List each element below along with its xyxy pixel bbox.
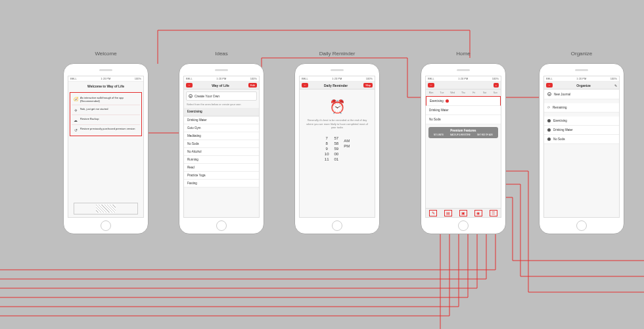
option-label: Nah, just get me started	[80, 107, 108, 111]
organize-mid-section: ⟳Remaining	[544, 103, 619, 113]
toolbar-record-button[interactable]: ◉	[474, 210, 482, 216]
item-label: Practice Yoga	[187, 174, 206, 177]
idea-item[interactable]: Drinking Water	[184, 116, 259, 124]
organize-item[interactable]: Drinking Water	[544, 126, 619, 135]
nav-title: Way of Life	[212, 84, 229, 88]
idea-item[interactable]: Read	[184, 164, 259, 172]
habit-row[interactable]: No Soda	[426, 115, 501, 124]
phone-speaker	[215, 69, 228, 71]
habit-row[interactable]: Drinking Water	[426, 106, 501, 115]
back-button[interactable]: ←	[546, 83, 553, 88]
day-tab[interactable]: Sat	[479, 89, 490, 96]
habit-label: No Soda	[429, 118, 441, 121]
screen-ideas: BELL 1:20 PM 100% ← Way of Life Edit +Cr…	[183, 76, 260, 218]
idea-item[interactable]: Fasting	[184, 180, 259, 188]
reminder-description: Generally it's best to be reminded at th…	[300, 118, 375, 130]
add-button[interactable]: +	[494, 83, 499, 88]
restore-icon: ↺	[73, 127, 78, 132]
status-bar: BELL 1:20 PM 100%	[184, 76, 259, 82]
phone-speaker	[575, 69, 588, 71]
welcome-title: Welcome to Way of Life	[68, 82, 143, 91]
premium-items: NO LIMITS BACKUP & RESTORE GET RID OF AD…	[430, 134, 496, 136]
status-battery: 100%	[135, 77, 141, 80]
new-journal-button[interactable]: +New Journal	[544, 89, 619, 99]
status-battery: 100%	[492, 77, 499, 80]
status-time: 1:20 PM	[458, 77, 468, 80]
option-label: Restore previously purchased premium ver…	[80, 127, 135, 130]
nav-bar: ← +	[426, 82, 501, 89]
screen-reminder: BELL 1:20 PM 100% ← Daily Reminder Skip …	[299, 76, 375, 218]
phone-home-button[interactable]	[332, 220, 342, 231]
organize-item[interactable]: Exercising	[544, 116, 619, 126]
screen-label: Organize	[540, 51, 624, 57]
toolbar-edit-button[interactable]: ✎	[429, 210, 437, 216]
item-label: Goto Gym	[187, 126, 201, 130]
day-tab[interactable]: Fri	[469, 89, 479, 96]
ideas-subtitle: Select from the ones below or create you…	[184, 103, 259, 108]
nav-title: Daily Reminder	[324, 84, 348, 88]
status-bar: BELL 1:20 PM 100%	[68, 76, 143, 82]
status-carrier: BELL	[70, 77, 77, 80]
phone-home: Home BELL 1:20 PM 100% ← + Mon Tue Wed T…	[421, 63, 506, 234]
back-button[interactable]: ←	[302, 83, 308, 88]
plane-icon: ✈	[73, 107, 78, 113]
idea-item[interactable]: Goto Gym	[184, 124, 259, 132]
picker-ampm[interactable]: AM PM	[344, 136, 350, 161]
wireframe-canvas: Welcome BELL 1:20 PM 100% Welcome to Way…	[0, 0, 644, 329]
status-battery: 100%	[366, 77, 373, 80]
welcome-options: 🧭An interactive walkthrough of the app (…	[70, 92, 142, 136]
day-tabs: Mon Tue Wed Thu Fri Sat Sun	[426, 89, 501, 96]
back-button[interactable]: ←	[428, 83, 434, 88]
picker-minutes[interactable]: 57 58 59 00 01	[334, 136, 339, 161]
item-label: Drinking Water	[187, 118, 207, 122]
toolbar-list-button[interactable]: ▤	[444, 210, 452, 216]
premium-banner[interactable]: Premium Features NO LIMITS BACKUP & REST…	[428, 127, 498, 138]
idea-item[interactable]: Practice Yoga	[184, 172, 259, 180]
welcome-option-restore-backup[interactable]: ☁Restore Backup	[72, 115, 140, 125]
option-label: Restore Backup	[80, 117, 99, 120]
edit-icon[interactable]: ✎	[614, 84, 617, 88]
idea-item[interactable]: No Soda	[184, 140, 259, 148]
time-picker[interactable]: 7 8 9 10 11 57 58 59 00 01 AM PM	[300, 136, 375, 161]
idea-item[interactable]: No Alcohol	[184, 148, 259, 156]
item-label: Read	[187, 166, 195, 169]
premium-item: NO LIMITS	[434, 134, 444, 136]
row-label: New Journal	[554, 93, 570, 96]
screen-home immediate: BELL 1:20 PM 100% ← + Mon Tue Wed Thu Fr…	[425, 76, 501, 218]
status-time: 1:20 PM	[576, 77, 586, 80]
welcome-option-restore-purchase[interactable]: ↺Restore previously purchased premium ve…	[72, 125, 140, 134]
idea-item[interactable]: Running	[184, 156, 259, 164]
premium-title: Premium Features	[430, 129, 496, 132]
create-own-button[interactable]: +Create Your Own	[186, 91, 257, 101]
remaining-header: ⟳Remaining	[544, 103, 619, 113]
picker-hours[interactable]: 7 8 9 10 11	[325, 136, 329, 161]
hatch-icon	[96, 205, 116, 213]
day-tab[interactable]: Tue	[436, 89, 447, 96]
welcome-option-skip[interactable]: ✈Nah, just get me started	[72, 105, 140, 115]
welcome-option-walkthrough[interactable]: 🧭An interactive walkthrough of the app (…	[72, 94, 140, 105]
item-label: Running	[187, 158, 198, 161]
phone-home-button[interactable]	[458, 220, 469, 231]
toolbar-grid-button[interactable]: ▣	[459, 210, 467, 216]
edit-button[interactable]: Edit	[248, 83, 257, 88]
phone-reminder: Daily Reminder BELL 1:20 PM 100% ← Daily…	[294, 63, 380, 234]
day-tab[interactable]: Mon	[426, 89, 436, 96]
nav-title: Organize	[576, 84, 590, 88]
idea-item[interactable]: Meditating	[184, 132, 259, 140]
phone-home-button[interactable]	[101, 220, 111, 231]
phone-home-button[interactable]	[576, 220, 587, 231]
phone-home-button[interactable]	[216, 220, 227, 231]
screen-organize: BELL 1:20 PM 100% ← Organize ✎ +New Jour…	[543, 76, 620, 218]
toolbar-menu-button[interactable]: ☰	[490, 210, 497, 216]
organize-item[interactable]: No Soda	[544, 135, 619, 144]
status-carrier: BELL	[428, 77, 434, 80]
status-battery: 100%	[610, 77, 617, 80]
plus-icon: +	[189, 94, 193, 98]
back-button[interactable]: ←	[186, 83, 193, 88]
habit-row[interactable]: Exercising	[426, 96, 501, 106]
phone-organize: Organize BELL 1:20 PM 100% ← Organize ✎ …	[539, 63, 624, 234]
day-tab[interactable]: Thu	[458, 89, 469, 96]
day-tab[interactable]: Wed	[448, 89, 458, 96]
skip-button[interactable]: Skip	[363, 83, 373, 88]
day-tab[interactable]: Sun	[490, 89, 501, 96]
